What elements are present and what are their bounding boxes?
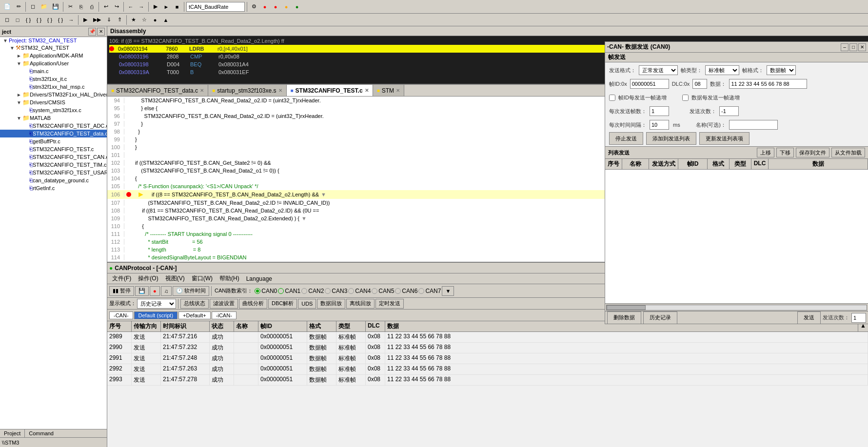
command-tab[interactable]: Command [25, 429, 58, 437]
t2-run-btn[interactable]: ▶ [80, 15, 90, 25]
delete-data-btn[interactable]: 删除数据 [607, 311, 641, 324]
can-node-6[interactable]: CAN6 [395, 288, 417, 294]
open-btn[interactable]: 📁 [39, 1, 49, 12]
tree-stm32-root[interactable]: ▼ ⚒ STM32_CAN_TEST [0, 44, 107, 52]
project-tab[interactable]: Project [0, 429, 25, 437]
t2-btn2[interactable]: □ [13, 15, 22, 25]
tree-it-c[interactable]: ⎗ stm32f1xx_it.c [0, 75, 107, 83]
list-down-btn[interactable]: 下移 [776, 148, 794, 157]
cut-btn[interactable]: ✂ [65, 1, 75, 12]
total-send-input[interactable] [719, 106, 739, 116]
filter-btn[interactable]: 滤波设置 [210, 299, 238, 309]
menu-operate[interactable]: 操作(O) [135, 274, 161, 283]
send-count-bottom-input[interactable] [851, 313, 866, 323]
maximize-btn[interactable]: □ [849, 43, 857, 51]
interval-input[interactable] [650, 120, 669, 130]
can-node-1[interactable]: CAN1 [278, 288, 300, 294]
can-tab-can[interactable]: -CAN- [109, 311, 133, 319]
table-row[interactable]: 2989 发送 21:47:57.216 成功 0x00000051 数据帧 标… [107, 332, 868, 343]
tree-rtgetinf-c[interactable]: ⎗ rtGetInf.c [0, 184, 107, 192]
menu-file[interactable]: 文件(F) [109, 274, 134, 283]
offline-btn[interactable]: 离线回放 [346, 299, 375, 309]
can-node-5[interactable]: CAN5 [372, 288, 394, 294]
more-nodes-btn[interactable]: ▼ [442, 286, 454, 296]
edit-btn[interactable]: ✏ [14, 1, 23, 12]
table-row[interactable]: 2991 发送 21:47:57.248 成功 0x00000051 数据帧 标… [107, 353, 868, 364]
tree-matlab[interactable]: ▼ 📁 MATLAB [0, 114, 107, 122]
new-btn[interactable]: ◻ [28, 1, 38, 12]
tree-ground-c[interactable]: ⎗ can_datatype_ground.c [0, 176, 107, 184]
list-load-btn[interactable]: 从文件加载 [831, 148, 865, 157]
pause-btn[interactable]: ▮▮ 暂停 [109, 286, 134, 296]
t2-out-btn[interactable]: ⇑ [115, 15, 124, 25]
undo-btn[interactable]: ↩ [101, 1, 111, 12]
t2-btn3[interactable]: { } [23, 15, 33, 25]
t2-into-btn[interactable]: ⇓ [104, 15, 114, 25]
send-format-select[interactable]: 正常发送 [639, 65, 678, 75]
history-record-btn[interactable]: 历史记录 [643, 311, 677, 324]
tree-usart-c[interactable]: ⎗ STM32CANFIFO_TEST_USART.c [0, 169, 107, 176]
tab-close-3[interactable]: ✕ [365, 88, 369, 93]
dlc-input[interactable] [692, 79, 707, 89]
uds-btn[interactable]: UDS [298, 299, 316, 309]
tab-close-4[interactable]: ✕ [396, 88, 400, 93]
can-node-2[interactable]: CAN2 [301, 288, 324, 294]
can-node-0[interactable]: CAN0 [255, 288, 277, 294]
red-circle-btn[interactable]: ● [260, 1, 270, 12]
bus-status-btn[interactable]: 总线状态 [180, 299, 209, 309]
timer-send-btn[interactable]: 定时发送 [375, 299, 404, 309]
debug-btn[interactable]: ► [161, 1, 171, 12]
t2-btn6[interactable]: { } [56, 15, 65, 25]
t2-btn5[interactable]: { } [45, 15, 55, 25]
t2-step-btn[interactable]: ▶▶ [91, 15, 103, 25]
forward-btn[interactable]: → [137, 1, 146, 12]
minimize-btn[interactable]: – [841, 43, 848, 51]
icons-btn[interactable]: ♫ [161, 286, 172, 296]
tree-main-c[interactable]: ⎗ main.c [0, 67, 107, 75]
frame-format-select[interactable]: 数据帧 [767, 65, 796, 75]
list-save-btn[interactable]: 保存到文件 [796, 148, 829, 157]
tree-data-c[interactable]: ⎗ STM32CANFIFO_TEST_data.c [0, 130, 107, 137]
tree-test-c[interactable]: ⎗ STM32CANFIFO_TEST.c [0, 145, 107, 153]
tab-test-data[interactable]: ■ STM32CANFIFO_TEST_data.c ✕ [107, 85, 208, 96]
data-input[interactable] [729, 79, 807, 89]
redo-btn[interactable]: ↪ [112, 1, 121, 12]
tree-getbuff-c[interactable]: ⎗ getBuffPtr.c [0, 137, 107, 145]
can-tab-ican[interactable]: -iCAN- [212, 311, 237, 319]
stop-send-btn[interactable]: 停止发送 [609, 132, 643, 145]
tab-startup[interactable]: ■ startup_stm32f103xe.s ✕ [208, 85, 286, 96]
save-frame-btn[interactable]: 💾 [135, 286, 149, 296]
tab-stm[interactable]: ■ STM ✕ [373, 85, 404, 96]
green-circle-btn[interactable]: ● [292, 1, 302, 12]
stop-btn[interactable]: ■ [172, 1, 182, 12]
sw-time-btn[interactable]: 🕐 软件时间 [173, 286, 209, 296]
t2-btn7[interactable]: → [66, 15, 76, 25]
curve-btn[interactable]: 曲线分析 [239, 299, 267, 309]
scrollbar-track[interactable] [606, 305, 867, 311]
menu-view[interactable]: 视图(V) [162, 274, 188, 283]
frame-id-input[interactable] [630, 79, 669, 89]
send-btn[interactable]: 发送 [797, 311, 821, 324]
red-circle2-btn[interactable]: ● [271, 1, 280, 12]
table-row[interactable]: 2990 发送 21:47:57.232 成功 0x00000051 数据帧 标… [107, 343, 868, 353]
menu-window[interactable]: 窗口(W) [189, 274, 216, 283]
list-body[interactable] [605, 170, 868, 303]
update-list-btn[interactable]: 更新发送列表项 [699, 132, 750, 145]
back-btn[interactable]: ← [126, 1, 136, 12]
can-node-7[interactable]: CAN7 [418, 288, 441, 294]
list-up-btn[interactable]: 上移 [757, 148, 774, 157]
t2-misc4[interactable]: ▲ [161, 15, 171, 25]
frame-type-select[interactable]: 标准帧 [705, 65, 739, 75]
frameid-inc-checkbox[interactable] [609, 95, 615, 101]
t2-misc3[interactable]: ● [150, 15, 160, 25]
build-btn[interactable]: ▶ [151, 1, 160, 12]
menu-help[interactable]: 帮助(H) [217, 274, 242, 283]
can-tab-default[interactable]: Default (script) [134, 311, 178, 319]
menu-language[interactable]: Language [243, 275, 275, 283]
table-row[interactable]: 2992 发送 21:47:57.263 成功 0x00000051 数据帧 标… [107, 364, 868, 375]
name-input[interactable] [729, 120, 778, 130]
tab-test-main[interactable]: ■ STM32CANFIFO_TEST.c ✕ [287, 85, 373, 96]
display-mode-select[interactable]: 历史记录 [137, 299, 176, 309]
t2-btn1[interactable]: ◻ [2, 15, 12, 25]
save-btn[interactable]: 💾 [50, 1, 61, 12]
